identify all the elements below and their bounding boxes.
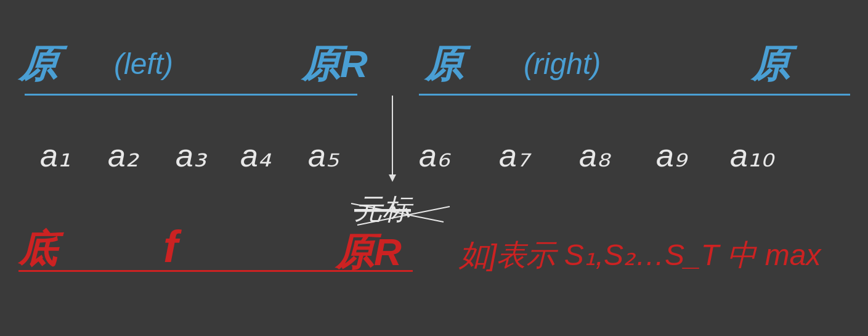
label-f-bottom: f [163,222,182,271]
label-right-paren: (right) [524,47,601,80]
element-a7: a₇ [499,137,532,173]
label-note-bottom: 如]表示 S₁,S₂…S_T 中 max [458,239,822,271]
element-a3: a₃ [176,137,208,173]
element-a8: a₈ [579,137,612,173]
element-a2: a₂ [108,137,139,173]
label-di-bottom: 底 [17,227,64,270]
element-a5: a₅ [308,137,339,173]
label-left-paren: (left) [114,47,173,80]
svg-content: 原 (left) 原R 原 (right) 原 a₁ a₂ a₃ a₄ a₅ a… [0,0,868,336]
element-a4: a₄ [240,137,272,173]
element-a6: a₆ [419,137,451,173]
element-a1: a₁ [40,137,71,173]
label-yuan-far-right: 原 [750,43,798,85]
label-yuan-r-mid: 原R [301,43,368,85]
label-yuan-r-bottom: 原R [335,231,402,273]
label-yuan-right: 原 [424,43,471,85]
label-yuan-left: 原 [17,43,68,85]
element-a9: a₉ [656,137,688,173]
diagram-canvas: 原 (left) 原R 原 (right) 原 a₁ a₂ a₃ a₄ a₅ a… [0,0,868,336]
element-a10: a₁₀ [730,137,776,173]
